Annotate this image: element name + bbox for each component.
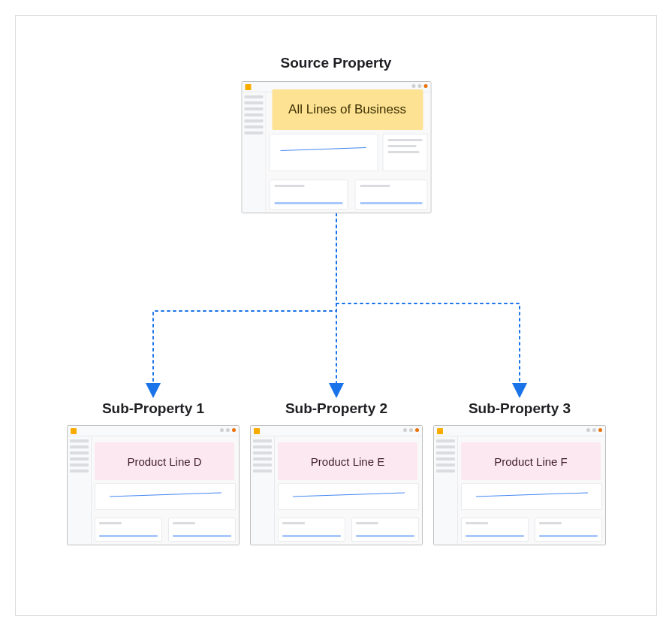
- sidebar-nav-item: [70, 451, 89, 454]
- text-placeholder: [466, 522, 488, 524]
- sub-property-2-label: Product Line E: [278, 442, 417, 480]
- source-property-thumbnail: All Lines of Business: [241, 81, 431, 213]
- thumbnail-chart-card: [269, 134, 378, 171]
- thumbnail-content: Product Line E: [251, 426, 422, 545]
- thumbnail-content: All Lines of Business: [242, 82, 430, 213]
- sidebar-nav-item: [436, 439, 455, 442]
- sidebar-nav-item: [253, 439, 272, 442]
- sidebar-nav-item: [70, 439, 89, 442]
- text-placeholder: [356, 535, 414, 537]
- text-placeholder: [99, 522, 122, 524]
- sidebar-nav-item: [244, 113, 263, 116]
- thumbnail-bottom-card: [461, 518, 529, 542]
- user-avatar-icon: [415, 428, 419, 432]
- thumbnail-metric-card: [382, 134, 427, 171]
- sub-property-1-label: Product Line D: [95, 442, 234, 480]
- text-placeholder: [387, 151, 419, 153]
- thumbnail-chart-card: [461, 483, 602, 510]
- thumbnail-bottom-card: [351, 518, 419, 542]
- source-property-label: All Lines of Business: [272, 89, 423, 130]
- analytics-logo-icon: [437, 428, 443, 434]
- avatar-icon: [411, 84, 415, 88]
- sidebar-nav-item: [70, 445, 89, 448]
- source-property-title: Source Property: [281, 55, 392, 71]
- thumbnail-topbar-actions: [220, 428, 236, 432]
- thumbnail-chart-card: [95, 483, 236, 510]
- sub-property-1-title: Sub-Property 1: [67, 400, 240, 417]
- sidebar-nav-item: [70, 469, 89, 472]
- sidebar-nav-item: [436, 469, 455, 472]
- thumbnail-content: Product Line D: [68, 426, 239, 545]
- sidebar-nav-item: [70, 457, 89, 460]
- thumbnail-sidebar: [251, 436, 275, 545]
- thumbnail-content: Product Line F: [434, 426, 605, 545]
- text-placeholder: [387, 145, 416, 147]
- sidebar-nav-item: [436, 451, 455, 454]
- sidebar-nav-item: [244, 119, 263, 122]
- sidebar-nav-item: [244, 107, 263, 110]
- thumbnail-sidebar: [434, 436, 458, 545]
- connector-to-sub-1: [153, 213, 336, 391]
- thumbnail-topbar: [434, 426, 605, 436]
- sidebar-nav-item: [253, 445, 272, 448]
- sidebar-nav-item: [244, 101, 263, 104]
- user-avatar-icon: [232, 428, 236, 432]
- text-placeholder: [274, 185, 304, 187]
- sidebar-nav-item: [244, 95, 263, 98]
- sub-property-1-thumbnail: Product Line D: [67, 425, 240, 545]
- text-placeholder: [387, 139, 422, 141]
- sidebar-nav-item: [436, 457, 455, 460]
- sidebar-nav-item: [70, 463, 89, 466]
- text-placeholder: [539, 535, 598, 537]
- sub-property-3-label: Product Line F: [461, 442, 601, 480]
- text-placeholder: [539, 522, 562, 524]
- text-placeholder: [356, 522, 378, 524]
- connector-to-sub-3: [336, 213, 520, 391]
- thumbnail-bottom-card: [535, 518, 602, 542]
- text-placeholder: [173, 522, 195, 524]
- avatar-icon: [409, 428, 413, 432]
- thumbnail-topbar: [251, 426, 422, 436]
- thumbnail-topbar-actions: [586, 428, 602, 432]
- line-chart-icon: [476, 492, 588, 497]
- analytics-logo-icon: [254, 428, 260, 434]
- thumbnail-chart-card: [278, 483, 419, 510]
- line-chart-icon: [293, 492, 405, 497]
- avatar-icon: [592, 428, 596, 432]
- sidebar-nav-item: [244, 125, 263, 128]
- avatar-icon: [220, 428, 224, 432]
- text-placeholder: [360, 185, 390, 187]
- analytics-logo-icon: [245, 84, 251, 90]
- thumbnail-bottom-card: [95, 518, 162, 542]
- sidebar-nav-item: [253, 463, 272, 466]
- avatar-icon: [226, 428, 230, 432]
- thumbnail-bottom-card: [278, 518, 345, 542]
- sidebar-nav-item: [436, 463, 455, 466]
- text-placeholder: [282, 522, 305, 524]
- analytics-logo-icon: [71, 428, 77, 434]
- line-chart-icon: [110, 492, 221, 497]
- thumbnail-bottom-card: [355, 180, 427, 210]
- thumbnail-topbar: [68, 426, 239, 436]
- user-avatar-icon: [423, 84, 427, 88]
- text-placeholder: [282, 535, 341, 537]
- connector-arrows: [16, 213, 658, 401]
- thumbnail-sidebar: [242, 92, 266, 213]
- text-placeholder: [173, 535, 231, 537]
- thumbnail-topbar-actions: [403, 428, 419, 432]
- avatar-icon: [403, 428, 407, 432]
- thumbnail-sidebar: [68, 436, 92, 545]
- text-placeholder: [466, 535, 524, 537]
- sub-property-3-thumbnail: Product Line F: [433, 425, 606, 545]
- sidebar-nav-item: [436, 445, 455, 448]
- avatar-icon: [417, 84, 421, 88]
- sub-property-2-thumbnail: Product Line E: [250, 425, 423, 545]
- diagram-frame: Source Property: [15, 15, 657, 616]
- avatar-icon: [586, 428, 590, 432]
- thumbnail-topbar-actions: [411, 84, 427, 88]
- sidebar-nav-item: [253, 469, 272, 472]
- line-chart-icon: [280, 147, 366, 151]
- sub-property-2-title: Sub-Property 2: [250, 400, 423, 417]
- sidebar-nav-item: [244, 131, 263, 134]
- text-placeholder: [274, 202, 342, 204]
